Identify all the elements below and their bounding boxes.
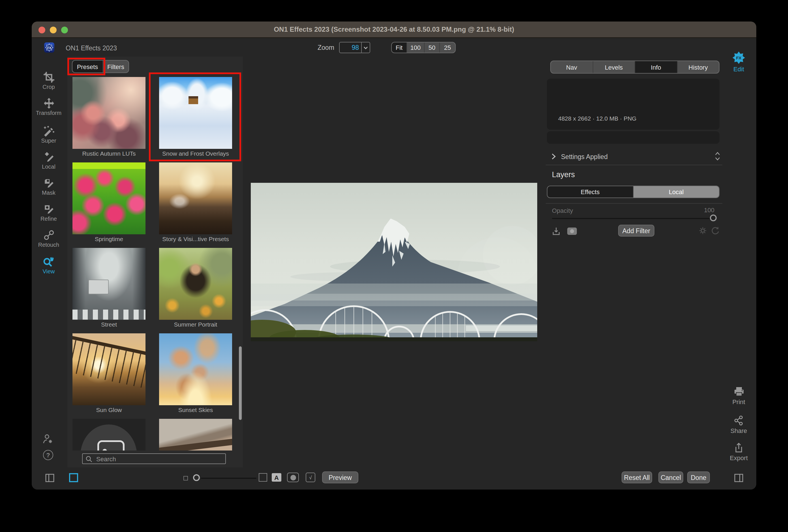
import-preset-button[interactable] <box>551 226 561 238</box>
thumbnail-size-track[interactable] <box>201 478 256 479</box>
compare-a-icon: A <box>274 474 279 481</box>
preset-thumbnail-pier-sunset[interactable] <box>73 333 145 405</box>
settings-stepper-icon[interactable] <box>714 151 721 163</box>
preset-grid: Rustic Autumn LUTsSnow and Frost Overlay… <box>73 77 232 451</box>
preset-thumbnail-sunset-clouds[interactable] <box>159 333 232 405</box>
svg-text:FX: FX <box>736 56 741 60</box>
mask-brush-icon <box>43 177 55 189</box>
opacity-slider-knob[interactable] <box>710 215 717 221</box>
opacity-label: Opacity <box>552 207 573 214</box>
preset-thumbnail-city-street[interactable] <box>73 248 145 320</box>
question-icon: ? <box>46 452 50 458</box>
compare-view-button[interactable]: A <box>272 473 281 481</box>
tool-transform[interactable]: Transform <box>32 97 66 116</box>
opacity-value: 100 <box>697 206 714 213</box>
preset-name: Sun Glow <box>67 406 152 413</box>
print-button[interactable]: Print <box>726 386 751 405</box>
preset-thumbnail-window-sill[interactable] <box>159 419 232 451</box>
edit-label: Edit <box>726 66 751 73</box>
chevron-right-icon <box>551 153 556 160</box>
toggle-right-panel-button[interactable] <box>734 474 743 482</box>
title-bar[interactable]: ON1 Effects 2023 (Screenshot 2023-04-26 … <box>32 21 756 38</box>
tab-local[interactable]: Local <box>633 186 719 198</box>
done-button[interactable]: Done <box>687 471 710 483</box>
preset-scrollbar[interactable] <box>239 347 242 420</box>
reset-all-button[interactable]: Reset All <box>622 471 652 483</box>
tool-refine[interactable]: Refine <box>32 203 66 222</box>
refine-brush-icon <box>43 203 55 215</box>
layers-heading: Layers <box>552 170 575 179</box>
preset-card <box>73 419 145 451</box>
preset-card: Snow and Frost Overlays <box>159 77 232 162</box>
fx-starburst-icon: FX <box>732 51 746 64</box>
tool-super[interactable]: Super <box>32 125 66 144</box>
app-logo-icon: FX <box>44 42 54 55</box>
tool-view[interactable]: View <box>32 255 66 275</box>
tool-mask[interactable]: Mask <box>32 177 66 196</box>
thumbnail-size-knob[interactable] <box>193 474 200 481</box>
preview-button[interactable]: Preview <box>322 471 358 483</box>
info-tabs: Nav Levels Info History <box>550 61 720 74</box>
info-sub-box <box>547 131 720 144</box>
preset-name: Sunset Skies <box>152 406 239 413</box>
settings-applied-row[interactable]: Settings Applied <box>551 152 721 161</box>
zoom-value-input[interactable] <box>340 42 361 53</box>
zoom-preset-segment: Fit 100 50 25 <box>391 42 456 53</box>
preset-card: Sunset Skies <box>159 333 232 419</box>
add-filter-button[interactable]: Add Filter <box>618 225 654 237</box>
filter-settings-button[interactable] <box>698 226 707 237</box>
tab-levels[interactable]: Levels <box>593 61 635 73</box>
browse-mode-button[interactable] <box>69 473 78 482</box>
preset-card: Street <box>73 248 145 333</box>
single-view-icon[interactable] <box>259 473 267 481</box>
move-arrows-icon <box>43 97 55 109</box>
module-edit[interactable]: FX Edit <box>726 51 751 73</box>
zoom-25-button[interactable]: 25 <box>440 42 455 53</box>
preset-thumbnail-portrait[interactable] <box>159 248 232 320</box>
preset-thumbnail-rocky-coast[interactable] <box>159 162 232 234</box>
export-button[interactable]: Export <box>726 442 751 461</box>
zoom-value-box <box>339 42 370 53</box>
person-gear-icon <box>42 433 54 446</box>
cancel-button[interactable]: Cancel <box>658 471 683 483</box>
zoom-fit-button[interactable]: Fit <box>392 42 407 53</box>
account-button[interactable] <box>42 433 56 448</box>
magnifier-hand-icon <box>42 255 55 268</box>
opacity-slider-track[interactable] <box>552 218 714 219</box>
tab-presets[interactable]: Presets <box>73 61 103 73</box>
desktop: ON1 Effects 2023 (Screenshot 2023-04-26 … <box>0 0 788 532</box>
tool-local[interactable]: Local <box>32 151 66 170</box>
toggle-left-panel-button[interactable] <box>45 474 54 482</box>
info-box: 4828 x 2662 · 12.0 MB · PNG <box>547 79 720 130</box>
zoom-dropdown-button[interactable] <box>361 42 370 53</box>
preset-thumbnail-placeholder[interactable] <box>73 419 145 451</box>
preset-thumbnail-snow-cabin[interactable] <box>159 77 232 149</box>
browser-tabs: Presets Filters <box>72 60 129 73</box>
tool-retouch[interactable]: Retouch <box>32 229 66 248</box>
retouch-icon <box>43 229 55 241</box>
tab-effects[interactable]: Effects <box>547 186 633 198</box>
magic-wand-icon <box>42 125 55 137</box>
help-button[interactable]: ? <box>43 450 53 460</box>
tab-history[interactable]: History <box>677 61 719 73</box>
settings-applied-label: Settings Applied <box>561 153 608 160</box>
zoom-50-button[interactable]: 50 <box>425 42 440 53</box>
search-icon <box>85 455 92 462</box>
preset-thumbnail-tulips[interactable] <box>73 162 145 234</box>
tab-filters[interactable]: Filters <box>103 61 129 73</box>
tool-crop[interactable]: Crop <box>32 71 66 90</box>
zoom-100-button[interactable]: 100 <box>407 42 425 53</box>
photo-canvas[interactable] <box>251 183 537 341</box>
gear-icon <box>698 226 707 235</box>
show-mask-button[interactable] <box>287 473 299 482</box>
undo-icon <box>711 226 720 235</box>
masking-bug-icon[interactable] <box>567 228 577 235</box>
tab-info[interactable]: Info <box>635 61 677 73</box>
search-input[interactable] <box>95 455 222 463</box>
share-button[interactable]: Share <box>726 415 751 434</box>
soft-proof-button[interactable]: √ <box>306 473 315 482</box>
reset-filters-button[interactable] <box>711 226 720 237</box>
tab-nav[interactable]: Nav <box>551 61 593 73</box>
layer-tabs: Effects Local <box>547 185 720 198</box>
preset-thumbnail-grapes[interactable] <box>73 77 145 149</box>
